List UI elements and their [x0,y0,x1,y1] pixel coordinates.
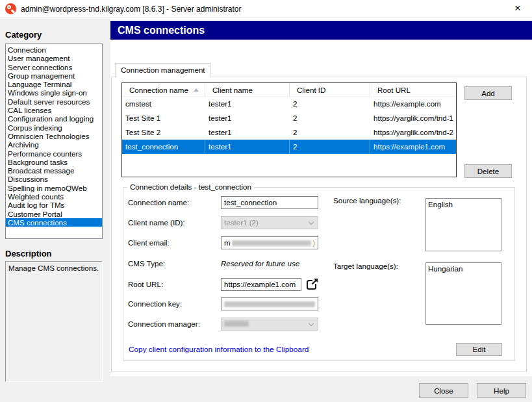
cms-type-label: CMS Type: [128,257,165,270]
help-button[interactable]: Help [477,383,526,398]
table-row-cmstest[interactable]: cmstest tester1 2 https://example.com [122,97,456,111]
connections-table: Connection name Client name Client ID Ro… [121,82,457,177]
sidebar-item-customer-portal[interactable]: Customer Portal [6,210,102,218]
page-title: CMS connections [110,21,532,40]
cell-connection-name: test_connection [122,140,205,154]
root-url-label: Root URL: [128,278,163,291]
server-administrator-window: admin@wordpress-tnd.kilgray.com [8.6.3] … [0,0,532,402]
table-row-test-site-2[interactable]: Test Site 2 tester1 2 https://yarglik.co… [122,125,456,140]
edit-button[interactable]: Edit [456,343,502,356]
add-button[interactable]: Add [464,86,512,100]
connection-key-label: Connection key: [128,297,182,310]
sidebar-item-cal-licenses[interactable]: CAL licenses [6,106,102,114]
source-language-item: English [428,200,499,209]
column-header-root-url[interactable]: Root URL [370,83,455,96]
close-button[interactable]: Close [419,383,468,398]
category-list[interactable]: Connection User management Server connec… [5,44,103,239]
tab-connection-management[interactable]: Connection management [115,63,211,77]
cell-client-name: tester1 [205,125,290,140]
sort-ascending-icon [194,88,199,92]
client-name-select: tester1 (2) [221,216,318,229]
sidebar-item-weighted-counts[interactable]: Weighted counts [6,192,102,201]
sidebar-item-group-management[interactable]: Group management [6,71,102,80]
table-row-test-site-1[interactable]: Test Site 1 tester1 2 https://yarglik.co… [122,111,456,125]
column-header-connection-name[interactable]: Connection name [122,83,205,96]
cell-connection-name: cmstest [122,97,205,111]
category-label: Category [5,30,42,40]
column-header-label: Root URL [377,86,411,94]
target-language-item: Hungarian [428,264,499,273]
target-languages-label: Target language(s): [333,260,398,273]
connection-name-label: Connection name: [128,196,189,209]
column-header-label: Client name [212,86,253,94]
redacted-key-blur [224,301,315,307]
chevron-down-icon [309,220,314,225]
cell-client-name: tester1 [205,140,290,154]
sidebar-item-omniscien-technologies[interactable]: Omniscien Technologies [6,132,102,140]
sidebar-item-corpus-indexing[interactable]: Corpus indexing [6,123,102,132]
cell-client-id: 2 [290,140,370,154]
memoq-logo-icon [5,3,16,14]
client-email-label: Client email: [128,236,170,249]
sidebar-item-performance-counters[interactable]: Performance counters [6,149,102,158]
description-text: Manage CMS connections. [8,264,99,272]
table-row-test-connection-selected[interactable]: test_connection tester1 2 https://exampl… [122,140,456,154]
cell-client-name: tester1 [205,111,290,125]
sidebar-item-discussions[interactable]: Discussions [6,175,102,183]
connection-manager-select [221,318,318,331]
sidebar-item-archiving[interactable]: Archiving [6,140,102,149]
root-url-field[interactable]: https://example1.com [221,278,301,291]
description-box: Manage CMS connections. [5,261,103,382]
open-url-icon[interactable] [306,278,320,290]
sidebar-item-configuration-and-logging[interactable]: Configuration and logging [6,114,102,123]
sidebar-item-spelling-in-memoqweb[interactable]: Spelling in memoQWeb [6,184,102,192]
connection-manager-label: Connection manager: [128,318,200,331]
sidebar-item-user-management[interactable]: User management [6,54,102,62]
table-header-row: Connection name Client name Client ID Ro… [122,83,456,97]
cell-root-url: https://yarglik.com/tnd-1 [370,111,455,125]
cell-root-url: https://example.com [370,97,455,111]
column-header-client-name[interactable]: Client name [205,83,290,96]
connection-details-group-title: Connection details - test_connection [127,182,254,191]
column-header-label: Connection name [129,86,188,94]
client-name-value: tester1 (2) [224,218,259,227]
delete-button[interactable]: Delete [464,164,512,178]
source-languages-listbox[interactable]: English [425,198,501,251]
sidebar-item-server-connections[interactable]: Server connections [6,63,102,71]
logo-tail [11,10,15,14]
column-header-label: Client ID [297,86,325,94]
sidebar-item-broadcast-message[interactable]: Broadcast message [6,166,102,175]
target-languages-listbox[interactable]: Hungarian [425,262,501,325]
close-icon[interactable]: × [503,0,532,18]
client-email-suffix: ) [312,237,315,249]
cell-root-url: https://yarglik.com/tnd-2 [370,125,455,140]
client-email-field[interactable]: m ) [221,236,318,249]
sidebar-item-language-terminal[interactable]: Language Terminal [6,80,102,88]
cell-client-name: tester1 [205,97,290,111]
client-name-label: Client name (ID): [128,216,185,229]
connection-name-field[interactable]: test_connection [221,196,318,209]
copy-client-configuration-link[interactable]: Copy client configuration information to… [129,345,309,354]
cms-type-value: Reserved for future use [221,257,299,270]
cell-client-id: 2 [290,111,370,125]
source-languages-label: Source language(s): [333,194,401,207]
cell-client-id: 2 [290,125,370,140]
column-header-client-id[interactable]: Client ID [290,83,370,96]
client-email-prefix: m [224,237,231,249]
titlebar: admin@wordpress-tnd.kilgray.com [8.6.3] … [0,0,532,18]
sidebar-item-default-server-resources[interactable]: Default server resources [6,97,102,106]
redacted-email-blur [232,240,311,246]
description-label: Description [5,249,52,258]
redacted-manager-blur [224,321,249,327]
chevron-down-icon [309,321,314,326]
cell-connection-name: Test Site 2 [122,125,205,140]
sidebar-item-windows-single-sign-on[interactable]: Windows single sign-on [6,88,102,97]
cell-connection-name: Test Site 1 [122,111,205,125]
logo-ring [7,5,11,9]
window-title: admin@wordpress-tnd.kilgray.com [8.6.3] … [21,0,241,18]
sidebar-item-cms-connections[interactable]: CMS connections [6,218,102,227]
sidebar-item-background-tasks[interactable]: Background tasks [6,158,102,166]
sidebar-item-audit-log-for-tms[interactable]: Audit log for TMs [6,201,102,209]
sidebar-item-connection[interactable]: Connection [6,45,102,54]
connection-key-field[interactable] [221,297,318,310]
